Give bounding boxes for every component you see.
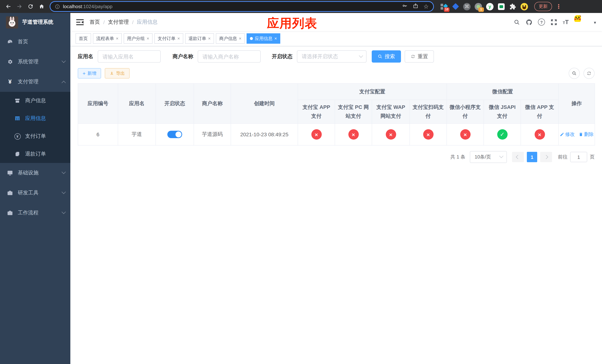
table-toolbar: 新增 导出: [78, 68, 595, 79]
status-toggle[interactable]: [167, 131, 182, 138]
chevron-down-icon: [62, 210, 66, 214]
extension-command-icon[interactable]: [463, 2, 471, 11]
sidebar-item-app-info[interactable]: 应用信息: [0, 110, 70, 127]
chevron-left-icon: [516, 155, 520, 159]
app-window: localhost:1024/pay/app 10 1 y: [0, 0, 602, 364]
page-number-current[interactable]: 1: [527, 152, 537, 162]
page-size-select[interactable]: 10条/页: [470, 151, 507, 163]
cell-app-name: 芋道: [118, 124, 156, 145]
bookmark-star-icon[interactable]: [423, 3, 429, 10]
tab-app-info[interactable]: 应用信息: [247, 33, 280, 44]
sidebar-item-workflow[interactable]: 工作流程: [0, 203, 70, 223]
tab-refund-orders[interactable]: 退款订单: [185, 33, 214, 44]
add-button[interactable]: 新增: [78, 68, 101, 78]
extension-icons: 10 1 y: [440, 2, 528, 11]
breadcrumb-current: 应用信息: [137, 19, 158, 25]
sidebar-item-refund-orders[interactable]: 退款订单: [0, 145, 70, 163]
next-page-button[interactable]: [540, 152, 552, 162]
sidebar-menu: 首页 系统管理 支付管理 商户信息: [0, 32, 70, 223]
browser-toolbar: localhost:1024/pay/app 10 1 y: [0, 0, 602, 13]
password-key-icon[interactable]: [402, 3, 408, 10]
app-title: 芋道管理系统: [22, 19, 53, 26]
reset-button[interactable]: 重置: [405, 50, 434, 63]
download-icon: [110, 71, 114, 75]
search-icon[interactable]: [514, 19, 520, 25]
tab-process-form[interactable]: 流程表单: [93, 33, 122, 44]
app-name-input[interactable]: [98, 50, 161, 63]
browser-reload-icon[interactable]: [26, 2, 35, 11]
chevron-down-icon: [359, 53, 363, 58]
sidebar-item-dev-tools[interactable]: 研发工具: [0, 183, 70, 203]
search-icon: [378, 54, 382, 59]
tab-pay-orders[interactable]: 支付订单: [154, 33, 183, 44]
browser-home-icon[interactable]: [37, 2, 46, 11]
profile-emoji-icon[interactable]: [520, 2, 528, 11]
breadcrumb-home[interactable]: 首页: [90, 19, 100, 25]
sidebar-item-payment[interactable]: 支付管理: [0, 72, 70, 92]
col-header-wechat-app: 微信 APP 支付: [521, 100, 559, 124]
site-info-icon[interactable]: [55, 4, 60, 9]
sidebar-item-merchant-info[interactable]: 商户信息: [0, 92, 70, 110]
extension-kite-icon[interactable]: [451, 2, 460, 11]
merchant-name-label: 商户名称: [172, 53, 193, 60]
group-header-alipay: 支付宝配置: [298, 84, 447, 100]
sidebar-item-infrastructure[interactable]: 基础设施: [0, 163, 70, 183]
alipay-app-status-badge: [311, 129, 322, 139]
chrome-update-button[interactable]: 更新: [534, 2, 552, 11]
github-icon[interactable]: [526, 19, 532, 25]
sidebar-item-pay-orders[interactable]: 支付订单: [0, 127, 70, 145]
search-button[interactable]: 搜索: [372, 50, 401, 63]
logo-rabbit-avatar: [6, 16, 18, 28]
export-button[interactable]: 导出: [105, 68, 129, 78]
font-size-icon[interactable]: [563, 19, 569, 25]
close-icon[interactable]: [208, 36, 211, 41]
close-icon[interactable]: [116, 36, 118, 41]
sidebar-item-home[interactable]: 首页: [0, 32, 70, 52]
tab-home[interactable]: 首页: [75, 33, 91, 44]
top-navbar: 首页 / 支付管理 / 应用信息 应用列表: [70, 13, 602, 31]
delete-link[interactable]: 删除: [579, 131, 594, 138]
toggle-search-button[interactable]: [569, 68, 580, 79]
tab-merchant-info[interactable]: 商户信息: [216, 33, 245, 44]
close-icon[interactable]: [177, 36, 180, 41]
breadcrumb-payment[interactable]: 支付管理: [108, 19, 129, 25]
chrome-menu-icon[interactable]: [556, 3, 562, 10]
extension-chat-icon[interactable]: [497, 2, 505, 11]
sidebar-logo[interactable]: 芋道管理系统: [0, 13, 70, 32]
chevron-right-icon: [544, 155, 548, 159]
edit-link[interactable]: 修改: [559, 131, 575, 138]
page-annotation-title: 应用列表: [267, 15, 317, 32]
extension-y-icon[interactable]: y: [486, 2, 494, 11]
address-bar[interactable]: localhost:1024/pay/app: [50, 2, 433, 11]
prev-page-button[interactable]: [512, 152, 524, 162]
extensions-puzzle-icon[interactable]: [509, 2, 517, 11]
close-icon[interactable]: [147, 36, 149, 41]
avatar-caret-icon[interactable]: [594, 19, 596, 25]
sidebar-item-system[interactable]: 系统管理: [0, 52, 70, 72]
goto-page-input[interactable]: [570, 152, 587, 162]
status-select[interactable]: 请选择开启状态: [297, 50, 366, 63]
col-header-merchant: 商户名称: [194, 84, 231, 124]
refresh-table-button[interactable]: [583, 68, 595, 79]
browser-back-icon[interactable]: [4, 2, 13, 11]
extension-recorder-icon[interactable]: 1: [474, 2, 483, 11]
col-header-alipay-app: 支付宝 APP 支付: [298, 100, 335, 124]
share-icon[interactable]: [413, 3, 418, 10]
alipay-qr-status-badge: [423, 129, 433, 139]
sidebar-collapse-icon[interactable]: [76, 19, 84, 25]
close-icon[interactable]: [274, 36, 277, 41]
user-avatar[interactable]: [574, 15, 588, 29]
close-icon[interactable]: [239, 36, 241, 41]
extension-badge: 10: [444, 7, 450, 12]
plus-icon: [83, 71, 86, 76]
cell-app-id: 6: [78, 124, 118, 145]
sidebar-submenu-payment: 商户信息 应用信息 支付订单 退款订单: [0, 92, 70, 163]
fullscreen-icon[interactable]: [550, 19, 557, 25]
browser-forward-icon[interactable]: [15, 2, 24, 11]
merchant-name-input[interactable]: [198, 50, 261, 63]
tab-user-group[interactable]: 用户分组: [124, 33, 152, 44]
filter-form: 应用名 商户名称 开启状态 请选择开启状态 搜索: [78, 50, 595, 63]
app-table: 应用编号 应用名 开启状态 商户名称 创建时间 支付宝配置 微信配置 操作 支付…: [78, 83, 595, 146]
extension-blocks-icon[interactable]: 10: [440, 2, 448, 11]
help-icon[interactable]: [538, 19, 545, 26]
